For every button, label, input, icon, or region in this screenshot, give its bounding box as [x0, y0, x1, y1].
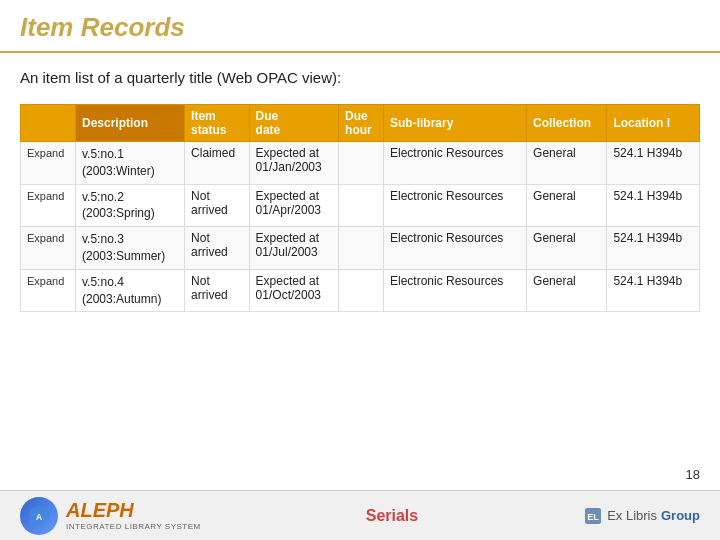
description-cell: v.5:no.3(2003:Summer): [76, 227, 185, 270]
aleph-subtitle: INTEGRATED LIBRARY SYSTEM: [66, 522, 201, 531]
aleph-text: ALEPH INTEGRATED LIBRARY SYSTEM: [66, 500, 201, 531]
expand-cell[interactable]: Expand: [21, 227, 76, 270]
svg-text:EL: EL: [587, 512, 599, 522]
table-row: Expandv.5:no.2(2003:Spring)NotarrivedExp…: [21, 184, 700, 227]
aleph-circle-icon: A: [20, 497, 58, 535]
sub-library-cell: Electronic Resources: [383, 142, 526, 185]
serials-label: Serials: [366, 507, 418, 524]
due-date-cell: Expected at01/Jan/2003: [249, 142, 338, 185]
table-row: Expandv.5:no.1(2003:Winter)ClaimedExpect…: [21, 142, 700, 185]
item-records-table: Description Itemstatus Duedate Duehour S…: [20, 104, 700, 312]
due-hour-cell: [339, 142, 384, 185]
description-cell: v.5:no.1(2003:Winter): [76, 142, 185, 185]
expand-link[interactable]: Expand: [27, 275, 64, 287]
exlibris-brand: Group: [661, 508, 700, 523]
item-status-cell: Notarrived: [185, 269, 250, 312]
expand-link[interactable]: Expand: [27, 232, 64, 244]
expand-cell[interactable]: Expand: [21, 142, 76, 185]
sub-library-cell: Electronic Resources: [383, 269, 526, 312]
due-date-cell: Expected at01/Apr/2003: [249, 184, 338, 227]
location-cell: 524.1 H394b: [607, 142, 700, 185]
item-status-cell: Claimed: [185, 142, 250, 185]
svg-text:A: A: [36, 512, 43, 522]
collection-cell: General: [527, 142, 607, 185]
sub-library-cell: Electronic Resources: [383, 227, 526, 270]
table-row: Expandv.5:no.3(2003:Summer)NotarrivedExp…: [21, 227, 700, 270]
item-status-cell: Notarrived: [185, 184, 250, 227]
location-cell: 524.1 H394b: [607, 269, 700, 312]
exlibris-logo: EL Ex Libris Group: [583, 506, 700, 526]
description-cell: v.5:no.2(2003:Spring): [76, 184, 185, 227]
expand-cell[interactable]: Expand: [21, 269, 76, 312]
subtitle: An item list of a quarterly title (Web O…: [20, 69, 700, 86]
location-cell: 524.1 H394b: [607, 227, 700, 270]
th-due-hour: Duehour: [339, 105, 384, 142]
due-hour-cell: [339, 227, 384, 270]
due-hour-cell: [339, 269, 384, 312]
th-due-date: Duedate: [249, 105, 338, 142]
description-cell: v.5:no.4(2003:Autumn): [76, 269, 185, 312]
collection-cell: General: [527, 269, 607, 312]
expand-cell[interactable]: Expand: [21, 184, 76, 227]
item-status-cell: Notarrived: [185, 227, 250, 270]
table-header-row: Description Itemstatus Duedate Duehour S…: [21, 105, 700, 142]
due-hour-cell: [339, 184, 384, 227]
exlibris-text: Ex Libris: [607, 508, 657, 523]
table-body: Expandv.5:no.1(2003:Winter)ClaimedExpect…: [21, 142, 700, 312]
aleph-name: ALEPH: [66, 500, 201, 520]
exlibris-icon: EL: [583, 506, 603, 526]
th-expand: [21, 105, 76, 142]
page-number: 18: [686, 467, 700, 482]
th-item-status: Itemstatus: [185, 105, 250, 142]
collection-cell: General: [527, 184, 607, 227]
expand-link[interactable]: Expand: [27, 190, 64, 202]
expand-link[interactable]: Expand: [27, 147, 64, 159]
due-date-cell: Expected at01/Jul/2003: [249, 227, 338, 270]
aleph-logo: A ALEPH INTEGRATED LIBRARY SYSTEM: [20, 497, 201, 535]
th-collection: Collection: [527, 105, 607, 142]
due-date-cell: Expected at01/Oct/2003: [249, 269, 338, 312]
footer: A ALEPH INTEGRATED LIBRARY SYSTEM Serial…: [0, 490, 720, 540]
table-row: Expandv.5:no.4(2003:Autumn)NotarrivedExp…: [21, 269, 700, 312]
sub-library-cell: Electronic Resources: [383, 184, 526, 227]
th-location: Location I: [607, 105, 700, 142]
page-title: Item Records: [20, 12, 700, 43]
location-cell: 524.1 H394b: [607, 184, 700, 227]
aleph-icon-svg: A: [27, 504, 51, 528]
th-description: Description: [76, 105, 185, 142]
footer-center-label: Serials: [366, 507, 418, 525]
th-sub-library: Sub-library: [383, 105, 526, 142]
content-area: An item list of a quarterly title (Web O…: [0, 53, 720, 322]
collection-cell: General: [527, 227, 607, 270]
page-header: Item Records: [0, 0, 720, 53]
